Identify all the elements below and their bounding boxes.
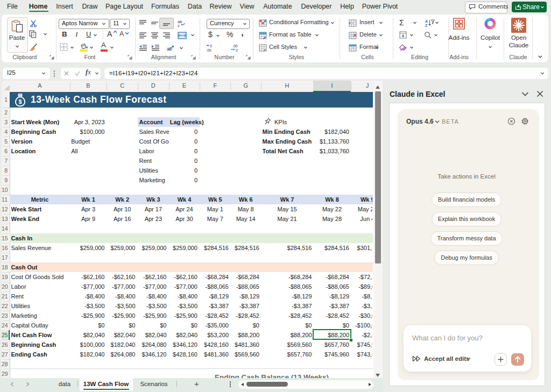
svg-text:A: A [425,19,428,23]
svg-text:0: 0 [236,48,238,52]
svg-text:.00: .00 [232,44,238,48]
svg-text:.00: .00 [206,48,211,52]
svg-text:Z: Z [425,24,428,27]
svg-text:c: c [178,23,180,27]
svg-text:$: $ [18,98,22,105]
svg-text:0: 0 [210,44,212,48]
